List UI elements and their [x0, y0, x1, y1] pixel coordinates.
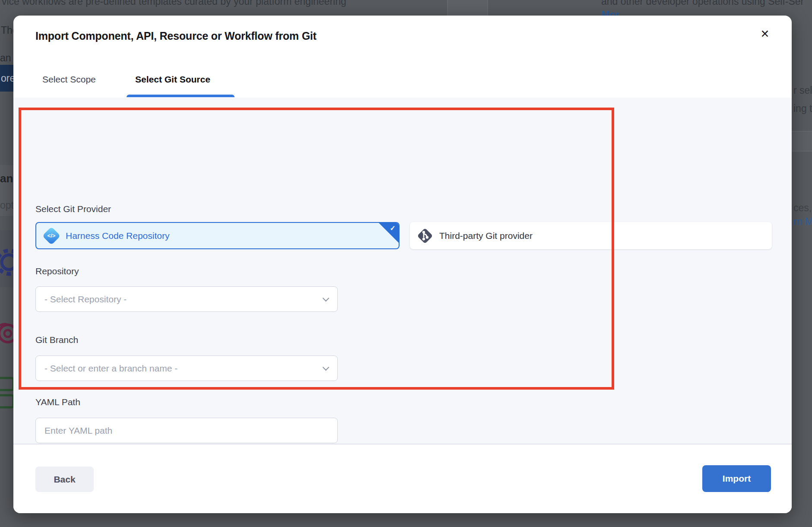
- dialog-body: Select Git Provider </> Harness Code Rep…: [13, 98, 792, 444]
- git-branch-label: Git Branch: [35, 335, 78, 345]
- background-fragment-text: r sel: [793, 85, 812, 96]
- dialog-title: Import Component, API, Resource or Workf…: [35, 30, 317, 42]
- provider-card-label: Third-party Git provider: [439, 231, 533, 241]
- repository-select: [35, 286, 338, 312]
- background-text-top-left: vice workflows are pre-defined templates…: [2, 0, 346, 7]
- import-button[interactable]: Import: [702, 465, 771, 492]
- git-provider-icon: [416, 227, 434, 245]
- close-button[interactable]: ✕: [755, 24, 774, 43]
- git-branch-select: [35, 356, 338, 381]
- background-row-divider: [792, 151, 812, 152]
- background-fragment-text: an: [0, 52, 11, 64]
- background-text-top-right: and other developer operations using Sel…: [601, 0, 804, 7]
- import-from-git-dialog: Import Component, API, Resource or Workf…: [13, 16, 792, 513]
- provider-card-harness-code[interactable]: </> Harness Code Repository ✓: [35, 222, 400, 249]
- repository-select-input[interactable]: [35, 286, 338, 312]
- background-fragment-text: an: [0, 172, 13, 185]
- git-provider-label: Select Git Provider: [35, 204, 111, 214]
- background-learn-more-link: rn M: [793, 216, 812, 228]
- tab-select-scope[interactable]: Select Scope: [42, 74, 96, 85]
- background-fragment-text: ing t: [793, 103, 812, 114]
- background-column-divider: [487, 0, 488, 16]
- background-fragment-text: ces,: [793, 202, 812, 214]
- back-button[interactable]: Back: [35, 467, 94, 492]
- provider-card-third-party[interactable]: Third-party Git provider: [410, 222, 772, 249]
- provider-card-label: Harness Code Repository: [66, 231, 169, 241]
- yaml-path-field: [35, 418, 338, 443]
- repository-label: Repository: [35, 266, 79, 276]
- tab-select-git-source[interactable]: Select Git Source: [135, 74, 210, 85]
- git-branch-select-input[interactable]: [35, 356, 338, 381]
- background-row: [792, 132, 812, 151]
- screen: vice workflows are pre-defined templates…: [0, 0, 812, 527]
- yaml-path-input[interactable]: [35, 418, 338, 443]
- check-icon: ✓: [390, 224, 396, 232]
- active-tab-underline: [127, 95, 235, 97]
- yaml-path-label: YAML Path: [35, 397, 80, 407]
- close-icon: ✕: [761, 28, 770, 40]
- background-column: [448, 0, 487, 16]
- background-fragment-text: opt: [0, 200, 14, 211]
- harness-code-repository-icon: </>: [42, 227, 60, 245]
- dialog-footer: Back Import: [13, 444, 792, 513]
- selected-corner-ribbon: [379, 223, 399, 243]
